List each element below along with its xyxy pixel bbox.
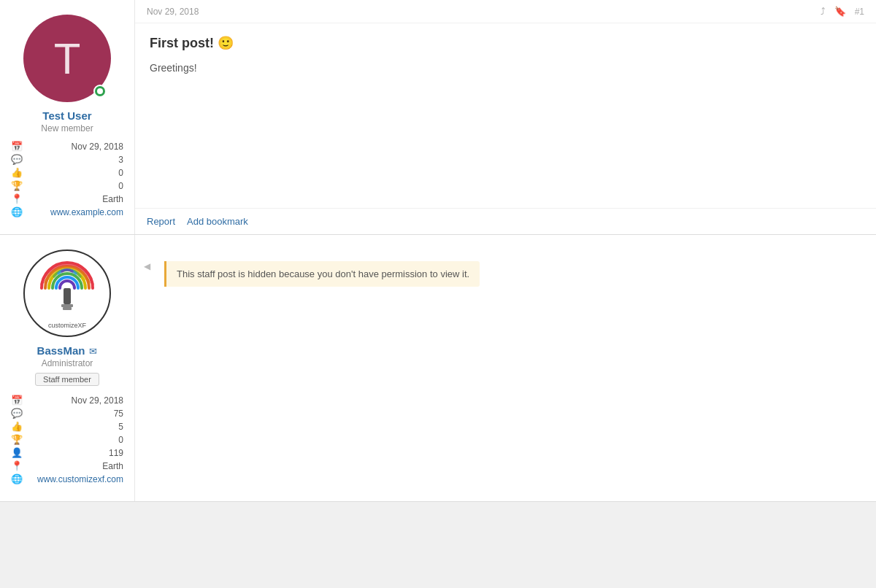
online-badge <box>93 85 107 98</box>
post-list: T Test User New member 📅 Nov 29, 2018 💬 … <box>0 0 876 502</box>
calendar-icon: 📅 <box>11 141 23 152</box>
stat-location: 📍 Earth <box>11 193 123 204</box>
hidden-post-notice: This staff post is hidden because you do… <box>164 261 480 287</box>
likes-icon: 👍 <box>11 167 23 178</box>
svg-rect-2 <box>63 307 72 310</box>
stat-trophies: 🏆 0 <box>11 180 123 191</box>
post-number: #1 <box>855 7 864 17</box>
avatar-wrapper: T <box>23 15 111 102</box>
avatar-wrapper-2: customizeXF <box>23 249 111 337</box>
likes-icon-2: 👍 <box>11 421 23 432</box>
share-icon[interactable]: ⤴ <box>821 6 826 17</box>
username-row-2: BassMan ✉ <box>37 344 98 358</box>
message-icon[interactable]: ✉ <box>89 346 97 357</box>
username-2[interactable]: BassMan <box>37 344 85 357</box>
location-value: Earth <box>27 194 123 204</box>
svg-text:customizeXF: customizeXF <box>48 322 87 329</box>
trophies-value-2: 0 <box>27 435 123 445</box>
stat-likes: 👍 0 <box>11 167 123 178</box>
stat-likes-2: 👍 5 <box>11 421 123 432</box>
stat-following-2: 👤 119 <box>11 447 123 458</box>
website-link-2[interactable]: www.customizexf.com <box>27 474 123 484</box>
stat-website: 🌐 www.example.com <box>11 206 123 217</box>
post-row-2: customizeXF BassMan ✉ Administrator Staf… <box>0 235 876 502</box>
post-footer: Report Add bookmark <box>135 208 876 234</box>
calendar-icon-2: 📅 <box>11 395 23 406</box>
stat-messages: 💬 3 <box>11 154 123 165</box>
following-value-2: 119 <box>27 448 123 458</box>
stat-trophies-2: 🏆 0 <box>11 434 123 445</box>
trophies-value: 0 <box>27 181 123 191</box>
following-icon-2: 👤 <box>11 447 23 458</box>
post-body: Greetings! <box>150 60 861 76</box>
website-icon: 🌐 <box>11 206 23 217</box>
trophies-icon: 🏆 <box>11 180 23 191</box>
user-title-2: Administrator <box>42 358 93 368</box>
stat-joined: 📅 Nov 29, 2018 <box>11 141 123 152</box>
stat-joined-2: 📅 Nov 29, 2018 <box>11 395 123 406</box>
user-stats-2: 📅 Nov 29, 2018 💬 75 👍 5 🏆 0 👤 119 <box>11 395 123 487</box>
post-sidebar: T Test User New member 📅 Nov 29, 2018 💬 … <box>0 0 135 234</box>
user-title: New member <box>41 123 93 134</box>
post-header-actions: ⤴ 🔖 #1 <box>821 6 864 17</box>
bookmark-link[interactable]: Add bookmark <box>187 216 248 227</box>
messages-value: 3 <box>27 155 123 165</box>
messages-value-2: 75 <box>27 409 123 419</box>
messages-icon-2: 💬 <box>11 408 23 419</box>
avatar-2: customizeXF <box>23 249 111 337</box>
location-icon-2: 📍 <box>11 460 23 471</box>
joined-value: Nov 29, 2018 <box>27 142 123 152</box>
likes-value-2: 5 <box>27 422 123 432</box>
post-sidebar-2: customizeXF BassMan ✉ Administrator Staf… <box>0 235 135 501</box>
stat-website-2: 🌐 www.customizexf.com <box>11 473 123 484</box>
post-main: Nov 29, 2018 ⤴ 🔖 #1 First post! 🙂 Greeti… <box>135 0 876 234</box>
post-timestamp: Nov 29, 2018 <box>147 7 199 17</box>
joined-value-2: Nov 29, 2018 <box>27 395 123 406</box>
messages-icon: 💬 <box>11 154 23 165</box>
post-content: First post! 🙂 Greetings! <box>135 23 876 208</box>
user-stats: 📅 Nov 29, 2018 💬 3 👍 0 🏆 0 📍 Eart <box>11 141 123 220</box>
stat-location-2: 📍 Earth <box>11 460 123 471</box>
location-icon: 📍 <box>11 193 23 204</box>
likes-value: 0 <box>27 168 123 178</box>
svg-rect-1 <box>61 304 73 307</box>
post-main-2: ◀ This staff post is hidden because you … <box>135 235 876 501</box>
staff-badge: Staff member <box>35 373 99 386</box>
website-link[interactable]: www.example.com <box>27 207 123 217</box>
post-title: First post! 🙂 <box>150 35 861 51</box>
website-icon-2: 🌐 <box>11 473 23 484</box>
location-value-2: Earth <box>27 461 123 471</box>
post-row: T Test User New member 📅 Nov 29, 2018 💬 … <box>0 0 876 235</box>
stat-messages-2: 💬 75 <box>11 408 123 419</box>
username[interactable]: Test User <box>42 109 91 122</box>
post-header: Nov 29, 2018 ⤴ 🔖 #1 <box>135 0 876 23</box>
collapse-arrow[interactable]: ◀ <box>141 261 153 271</box>
trophies-icon-2: 🏆 <box>11 434 23 445</box>
report-link[interactable]: Report <box>147 216 175 227</box>
svg-rect-0 <box>64 288 71 304</box>
customizexf-logo: customizeXF <box>31 253 104 333</box>
bookmark-icon[interactable]: 🔖 <box>834 6 846 17</box>
